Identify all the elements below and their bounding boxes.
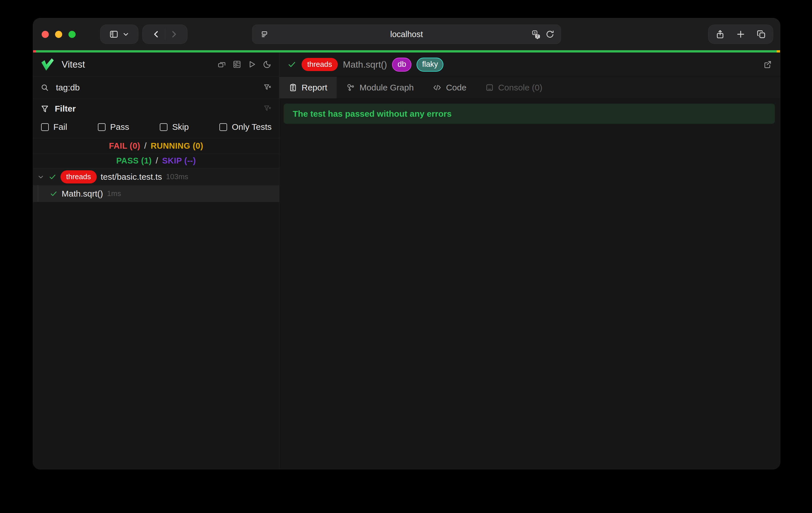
back-button[interactable]: [152, 30, 161, 39]
tab-report-label: Report: [301, 83, 327, 92]
run-all-icon[interactable]: [248, 60, 257, 69]
test-case-row[interactable]: Math.sqrt() 1ms: [33, 185, 279, 202]
filter-title: Filter: [55, 104, 263, 114]
pool-badge: threads: [301, 58, 338, 71]
zoom-window-button[interactable]: [68, 31, 76, 38]
tab-code-label: Code: [446, 83, 466, 92]
forward-button[interactable]: [169, 30, 178, 39]
tab-console-label: Console (0): [498, 83, 542, 92]
url-text: localhost: [390, 30, 423, 39]
test-file-row[interactable]: threads test/basic.test.ts 103ms: [33, 168, 279, 185]
fail-checkbox[interactable]: [41, 123, 49, 131]
filter-icon: [40, 105, 49, 113]
summary-line-1: FAIL (0) / RUNNING (0): [33, 138, 279, 153]
skip-label: Skip: [172, 122, 188, 132]
detail-tabs: Report Module Graph Code: [279, 77, 780, 99]
code-icon: [433, 83, 442, 92]
test-case-name: Math.sqrt(): [62, 189, 103, 199]
progress-skip-segment: [777, 50, 780, 53]
chevron-down-icon: [122, 31, 129, 38]
filter-option-pass[interactable]: Pass: [98, 122, 129, 132]
vitest-logo: [39, 56, 55, 73]
tab-code[interactable]: Code: [423, 77, 476, 98]
skip-count: SKIP (--): [162, 156, 196, 166]
tab-module-graph[interactable]: Module Graph: [337, 77, 423, 98]
skip-checkbox[interactable]: [160, 123, 168, 131]
filter-options: Fail Pass Skip Only Tests: [33, 118, 279, 138]
module-graph-icon: [346, 83, 355, 92]
app-title: Vitest: [62, 59, 218, 70]
test-tree: threads test/basic.test.ts 103ms Math.sq…: [33, 168, 279, 202]
console-icon: [485, 83, 494, 92]
pool-badge: threads: [60, 170, 97, 183]
reload-icon[interactable]: [546, 30, 555, 39]
pass-banner: The test has passed without any errors: [284, 104, 775, 124]
progress-fail-segment: [33, 50, 36, 53]
page-format-icon[interactable]: [260, 30, 269, 38]
only-tests-label: Only Tests: [232, 122, 271, 132]
fail-label: Fail: [53, 122, 67, 132]
progress-pass-segment: [36, 50, 777, 53]
traffic-lights: [42, 31, 76, 38]
new-tab-icon[interactable]: [736, 29, 746, 39]
search-input[interactable]: tag:db: [56, 83, 263, 92]
detail-test-name: Math.sqrt(): [343, 59, 387, 70]
tag-db: db: [392, 58, 411, 72]
windows-icon[interactable]: [218, 60, 226, 69]
pass-banner-text: The test has passed without any errors: [293, 109, 452, 119]
only-tests-checkbox[interactable]: [220, 123, 227, 131]
svg-text:文: 文: [536, 34, 539, 38]
pass-label: Pass: [110, 122, 129, 132]
pass-check-icon: [50, 190, 58, 198]
minimize-window-button[interactable]: [55, 31, 62, 38]
search-icon: [40, 83, 49, 92]
report-icon: [289, 83, 297, 92]
sidebar-icon: [109, 29, 119, 39]
pass-check-icon: [287, 60, 296, 69]
nav-buttons: [142, 25, 187, 44]
pass-count: PASS (1): [116, 156, 151, 166]
sidebar-toggle-button[interactable]: [100, 25, 138, 44]
test-progress-bar: [33, 50, 780, 53]
clear-search-filter-icon[interactable]: [263, 83, 271, 92]
close-window-button[interactable]: [42, 31, 49, 38]
tag-flaky: flaky: [416, 58, 443, 72]
filter-option-fail[interactable]: Fail: [41, 122, 67, 132]
translate-icon[interactable]: A文: [531, 29, 541, 39]
tab-overview-icon[interactable]: [756, 29, 766, 39]
fail-count: FAIL (0): [109, 141, 140, 151]
test-summary: FAIL (0) / RUNNING (0) PASS (1) / SKIP (…: [33, 138, 279, 168]
open-in-editor-icon[interactable]: [763, 60, 772, 69]
indent-guide: [38, 185, 38, 202]
app-header: Vitest: [33, 53, 279, 77]
summary-line-2: PASS (1) / SKIP (--): [33, 153, 279, 168]
browser-window: localhost A文: [33, 18, 780, 469]
test-detail-panel: threads Math.sqrt() db flaky Report: [279, 53, 780, 469]
summary-separator: /: [144, 141, 147, 151]
test-case-duration: 1ms: [107, 189, 121, 198]
clear-all-filters-icon[interactable]: [263, 105, 271, 113]
address-bar[interactable]: localhost A文: [252, 25, 561, 44]
dashboard-icon[interactable]: [233, 60, 241, 69]
tab-console[interactable]: Console (0): [476, 77, 552, 98]
detail-header: threads Math.sqrt() db flaky: [279, 53, 780, 77]
share-icon[interactable]: [715, 29, 725, 39]
summary-separator: /: [156, 156, 158, 166]
tab-report[interactable]: Report: [279, 77, 337, 98]
filter-section-header: Filter: [33, 99, 279, 118]
test-explorer-sidebar: Vitest: [33, 53, 279, 469]
test-file-duration: 103ms: [166, 172, 188, 181]
running-count: RUNNING (0): [151, 141, 203, 151]
browser-toolbar: localhost A文: [33, 18, 780, 50]
dark-mode-icon[interactable]: [263, 60, 271, 69]
toolbar-right-buttons: [708, 25, 773, 44]
pass-checkbox[interactable]: [98, 123, 106, 131]
svg-text:A: A: [533, 31, 536, 34]
nav-divider: [165, 29, 165, 40]
tab-module-graph-label: Module Graph: [359, 83, 414, 92]
search-bar[interactable]: tag:db: [33, 77, 279, 99]
test-file-name: test/basic.test.ts: [101, 172, 162, 182]
filter-option-skip[interactable]: Skip: [160, 122, 188, 132]
expand-chevron-icon[interactable]: [37, 173, 45, 180]
filter-option-only-tests[interactable]: Only Tests: [220, 122, 271, 132]
